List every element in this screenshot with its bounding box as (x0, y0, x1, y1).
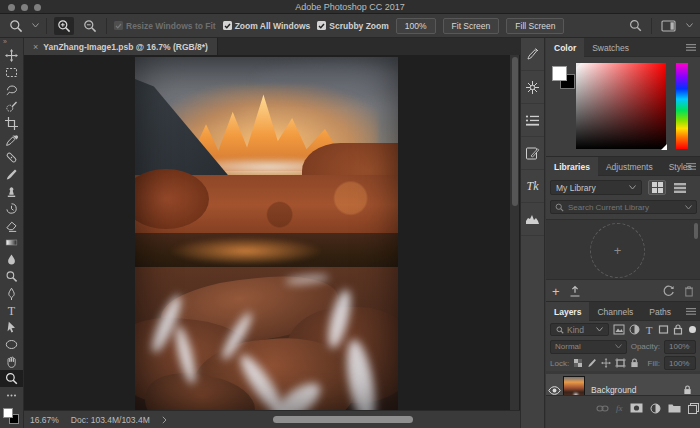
grid-view-button[interactable] (648, 180, 666, 195)
horizontal-scrollbar-thumb[interactable] (273, 416, 413, 423)
list-view-button[interactable] (671, 180, 689, 195)
lock-pixels-icon[interactable] (587, 358, 597, 368)
window-controls[interactable] (8, 4, 41, 11)
vertical-scrollbar[interactable] (510, 55, 519, 410)
fill-screen-button[interactable]: Fill Screen (506, 18, 564, 34)
lock-all-icon[interactable] (630, 358, 639, 368)
tool-clone-stamp[interactable] (0, 183, 23, 200)
opacity-value-select[interactable]: 100% (664, 340, 696, 354)
new-group-folder-icon[interactable] (668, 403, 681, 413)
minimize-window-button[interactable] (21, 4, 28, 11)
zoom-out-mode-button[interactable] (81, 17, 99, 35)
info-panel-icon[interactable] (521, 104, 544, 137)
add-layer-mask-icon[interactable] (630, 403, 643, 413)
foreground-color-swatch[interactable] (552, 66, 567, 81)
zoom-100-button[interactable]: 100% (396, 18, 436, 34)
tool-path-selection[interactable] (0, 319, 23, 336)
zoom-in-mode-button[interactable] (54, 17, 74, 35)
workspace-switcher-icon[interactable] (659, 17, 679, 35)
tool-crop[interactable] (0, 115, 23, 132)
new-layer-icon[interactable] (688, 403, 699, 414)
tool-history-brush[interactable] (0, 200, 23, 217)
workspace-chevron-icon[interactable] (686, 23, 693, 28)
library-select[interactable]: My Library (550, 180, 642, 195)
document-tab[interactable]: × YanZhang-Image1.psb @ 16.7% (RGB/8*) (24, 38, 218, 55)
actions-panel-icon[interactable] (521, 71, 544, 104)
zoom-all-windows-checkbox[interactable]: Zoom All Windows (223, 21, 311, 31)
tool-type[interactable]: T (0, 302, 23, 319)
filter-kind-select[interactable]: Kind (550, 323, 609, 336)
panel-menu-icon[interactable] (686, 308, 696, 315)
filter-adjustment-layers-icon[interactable] (629, 324, 640, 335)
foreground-color-swatch[interactable] (3, 408, 13, 418)
toolbar-collapse-chevron[interactable]: » (0, 38, 23, 47)
lock-artboard-icon[interactable] (615, 358, 626, 368)
tab-channels[interactable]: Channels (589, 302, 641, 321)
status-menu-chevron-icon[interactable] (162, 416, 167, 424)
brush-settings-panel-icon[interactable] (521, 38, 544, 71)
layer-visibility-eye-icon[interactable] (546, 386, 563, 395)
checkbox-disabled[interactable] (114, 21, 123, 30)
panel-menu-icon[interactable] (686, 44, 696, 51)
tool-quick-selection[interactable] (0, 98, 23, 115)
fit-screen-button[interactable]: Fit Screen (443, 18, 500, 34)
tool-spot-healing-brush[interactable] (0, 149, 23, 166)
close-tab-icon[interactable]: × (33, 42, 38, 52)
fill-value-select[interactable]: 100% (664, 356, 696, 370)
tab-adjustments[interactable]: Adjustments (598, 157, 661, 176)
tab-libraries[interactable]: Libraries (546, 157, 598, 176)
tool-preset-zoom-icon[interactable] (7, 17, 25, 35)
tab-color[interactable]: Color (546, 38, 584, 57)
tool-hand[interactable] (0, 353, 23, 370)
checkbox-checked[interactable] (317, 21, 326, 30)
filter-type-layers-icon[interactable]: T (644, 324, 654, 335)
tool-eyedropper[interactable] (0, 132, 23, 149)
tool-brush[interactable] (0, 166, 23, 183)
tool-move[interactable] (0, 47, 23, 64)
filter-shape-layers-icon[interactable] (658, 324, 669, 335)
lock-transparency-icon[interactable] (573, 358, 583, 368)
tool-lasso[interactable] (0, 81, 23, 98)
library-scrollbar-thumb[interactable] (694, 223, 698, 239)
library-add-target[interactable]: + (590, 223, 645, 278)
tab-paths[interactable]: Paths (641, 302, 679, 321)
zoom-window-button[interactable] (34, 4, 41, 11)
lock-position-icon[interactable] (601, 358, 611, 368)
tool-gradient[interactable] (0, 234, 23, 251)
tk-panel-icon[interactable]: Tk (521, 170, 544, 203)
tab-swatches[interactable]: Swatches (584, 38, 637, 57)
histogram-panel-icon[interactable] (521, 203, 544, 236)
canvas-image[interactable] (135, 57, 398, 410)
tool-zoom[interactable] (0, 370, 23, 387)
new-library-item-button[interactable]: + (552, 284, 560, 299)
new-adjustment-layer-icon[interactable] (650, 403, 661, 414)
panel-menu-icon[interactable] (686, 163, 696, 170)
tool-ellipse[interactable] (0, 336, 23, 353)
upload-library-icon[interactable] (569, 285, 581, 297)
tool-blur[interactable] (0, 251, 23, 268)
foreground-background-swatches[interactable] (0, 406, 24, 428)
tool-dodge[interactable] (0, 268, 23, 285)
filter-smart-objects-icon[interactable] (673, 324, 683, 335)
filter-pixel-layers-icon[interactable] (613, 324, 625, 335)
canvas-pasteboard[interactable] (24, 55, 520, 410)
hue-slider[interactable] (676, 63, 688, 149)
zoom-percent-field[interactable]: 16.67% (30, 415, 59, 425)
library-drop-area[interactable]: + (546, 219, 700, 280)
tool-eraser[interactable] (0, 217, 23, 234)
delete-library-item-icon[interactable] (684, 285, 694, 297)
layer-filter-toggle[interactable] (689, 326, 696, 333)
layer-style-fx-icon[interactable]: fx (616, 403, 623, 413)
saturation-brightness-field[interactable] (576, 63, 666, 149)
search-icon[interactable] (627, 17, 644, 35)
tool-edit-toolbar[interactable] (0, 387, 23, 404)
scrubby-zoom-checkbox[interactable]: Scrubby Zoom (317, 21, 389, 31)
resize-windows-to-fit-checkbox[interactable]: Resize Windows to Fit (114, 21, 216, 31)
tool-pen[interactable] (0, 285, 23, 302)
tool-rectangular-marquee[interactable] (0, 64, 23, 81)
library-search-box[interactable] (550, 200, 697, 214)
close-window-button[interactable] (8, 4, 15, 11)
link-layers-icon[interactable] (596, 405, 609, 412)
layer-comps-panel-icon[interactable] (521, 137, 544, 170)
tab-layers[interactable]: Layers (546, 302, 589, 321)
